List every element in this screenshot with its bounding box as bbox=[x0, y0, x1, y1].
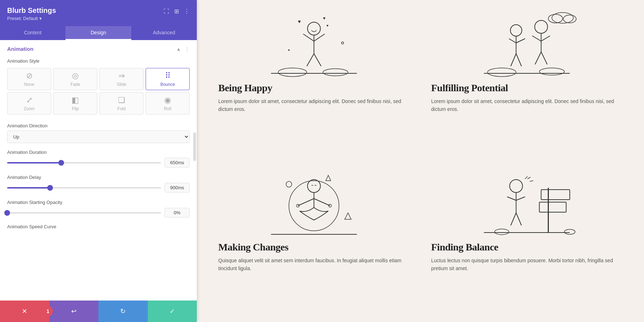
animation-direction-label: Animation Direction bbox=[7, 123, 190, 128]
svg-point-17 bbox=[511, 25, 522, 36]
animation-opacity-field: Animation Starting Opacity bbox=[0, 196, 197, 221]
svg-point-34 bbox=[308, 180, 321, 192]
anim-slide-label: Slide bbox=[117, 82, 126, 87]
anim-flip-label: Flip bbox=[72, 106, 79, 111]
svg-marker-44 bbox=[345, 213, 351, 219]
anim-flip-icon: ◧ bbox=[72, 96, 79, 104]
anim-none[interactable]: ⊘ None bbox=[7, 68, 51, 90]
being-happy-title: Being Happy bbox=[218, 82, 410, 94]
svg-point-56 bbox=[565, 229, 575, 234]
animation-duration-fill bbox=[7, 162, 61, 164]
anim-fold-label: Fold bbox=[117, 106, 126, 111]
animation-delay-row bbox=[7, 183, 190, 192]
making-changes-svg bbox=[218, 166, 410, 238]
tab-content[interactable]: Content bbox=[0, 26, 65, 40]
panel-preset[interactable]: Preset: Default ▾ bbox=[7, 16, 56, 21]
svg-line-8 bbox=[314, 54, 321, 66]
notification-badge: 1 bbox=[43, 306, 53, 316]
svg-line-25 bbox=[532, 36, 541, 41]
animation-direction-select[interactable]: Up Down Left Right Center bbox=[7, 131, 190, 143]
svg-point-15 bbox=[488, 68, 516, 77]
svg-line-28 bbox=[541, 52, 547, 64]
animation-duration-value[interactable] bbox=[165, 158, 190, 167]
scroll-indicator[interactable] bbox=[193, 132, 196, 161]
svg-line-22 bbox=[516, 54, 522, 66]
svg-line-26 bbox=[541, 36, 550, 41]
finding-balance-illustration bbox=[431, 166, 623, 238]
svg-text:♥: ♥ bbox=[327, 24, 329, 28]
anim-fold-icon: ❏ bbox=[118, 96, 125, 104]
anim-flip[interactable]: ◧ Flip bbox=[53, 92, 97, 114]
svg-line-59 bbox=[530, 181, 533, 181]
finding-balance-title: Finding Balance bbox=[431, 241, 623, 253]
animation-duration-label: Animation Duration bbox=[7, 150, 190, 155]
anim-roll[interactable]: ◉ Roll bbox=[146, 92, 190, 114]
animation-delay-thumb[interactable] bbox=[47, 185, 53, 191]
svg-line-51 bbox=[516, 213, 522, 225]
panel-title-group: Blurb Settings Preset: Default ▾ bbox=[7, 6, 56, 21]
being-happy-text: Lorem ipsum dolor sit amet, consectetur … bbox=[218, 97, 410, 113]
animation-delay-value[interactable] bbox=[165, 183, 190, 192]
fulfilling-potential-text: Lorem ipsum dolor sit amet, consectetur … bbox=[431, 97, 623, 113]
cancel-button[interactable]: ✕ bbox=[0, 301, 49, 322]
animation-opacity-row bbox=[7, 208, 190, 218]
fullscreen-icon[interactable]: ⛶ bbox=[164, 8, 169, 15]
collapse-icon[interactable]: ▲ bbox=[176, 46, 181, 52]
panel-body: Animation ▲ ⋮ Animation Style ⊘ None ◎ F… bbox=[0, 40, 197, 322]
blurb-card-making-changes: Making Changes Quisque aliquet velit sit… bbox=[218, 166, 410, 315]
section-menu-icon[interactable]: ⋮ bbox=[185, 46, 190, 52]
tab-design[interactable]: Design bbox=[65, 26, 131, 40]
panel-header-icons: ⛶ ⊞ ⋮ bbox=[164, 8, 190, 15]
section-header: Animation ▲ ⋮ bbox=[0, 40, 197, 55]
anim-zoom-label: Zoom bbox=[24, 106, 35, 111]
animation-speed-label: Animation Speed Curve bbox=[0, 221, 197, 232]
being-happy-illustration: ♥ ♥ ♥ bbox=[218, 7, 410, 79]
fulfilling-potential-title: Fulfilling Potential bbox=[431, 82, 623, 94]
svg-marker-42 bbox=[326, 175, 331, 181]
panel-title: Blurb Settings bbox=[7, 6, 56, 15]
svg-line-39 bbox=[314, 199, 330, 206]
being-happy-svg: ♥ ♥ ♥ bbox=[218, 7, 410, 79]
anim-bounce[interactable]: ⠿ Bounce bbox=[146, 68, 190, 90]
animation-duration-track[interactable] bbox=[7, 162, 161, 164]
tab-advanced[interactable]: Advanced bbox=[131, 26, 197, 40]
columns-icon[interactable]: ⊞ bbox=[174, 8, 179, 15]
anim-zoom-icon: ⤢ bbox=[26, 96, 33, 104]
svg-point-46 bbox=[510, 180, 523, 192]
svg-line-27 bbox=[535, 52, 541, 64]
anim-roll-icon: ◉ bbox=[164, 96, 171, 104]
svg-point-12 bbox=[288, 49, 290, 51]
anim-fold[interactable]: ❏ Fold bbox=[99, 92, 143, 114]
save-button[interactable]: ✓ bbox=[148, 301, 197, 322]
svg-text:♥: ♥ bbox=[298, 19, 301, 24]
animation-opacity-value[interactable] bbox=[165, 208, 190, 218]
anim-none-label: None bbox=[24, 82, 34, 87]
anim-zoom[interactable]: ⤢ Zoom bbox=[7, 92, 51, 114]
svg-point-55 bbox=[495, 229, 509, 235]
finding-balance-svg bbox=[431, 166, 623, 238]
making-changes-title: Making Changes bbox=[218, 241, 410, 253]
main-content: ♥ ♥ ♥ Being Happy Lorem ipsum dolor sit … bbox=[197, 0, 644, 322]
svg-rect-54 bbox=[540, 202, 566, 212]
svg-point-16 bbox=[540, 68, 565, 75]
animation-opacity-track[interactable] bbox=[7, 212, 161, 214]
panel-header: Blurb Settings Preset: Default ▾ ⛶ ⊞ ⋮ bbox=[0, 0, 197, 26]
redo-button[interactable]: ↻ bbox=[98, 301, 148, 322]
fulfilling-potential-illustration bbox=[431, 7, 623, 79]
anim-bounce-label: Bounce bbox=[160, 82, 175, 87]
blurb-card-fulfilling-potential: Fulfilling Potential Lorem ipsum dolor s… bbox=[431, 7, 623, 156]
animation-opacity-thumb[interactable] bbox=[4, 210, 10, 216]
animation-duration-thumb[interactable] bbox=[58, 160, 64, 166]
anim-fade[interactable]: ◎ Fade bbox=[53, 68, 97, 90]
anim-fade-icon: ◎ bbox=[72, 72, 79, 80]
svg-point-2 bbox=[323, 69, 348, 76]
anim-slide[interactable]: ⇒ Slide bbox=[99, 68, 143, 90]
more-icon[interactable]: ⋮ bbox=[184, 8, 190, 15]
animation-duration-row bbox=[7, 158, 190, 167]
svg-point-1 bbox=[278, 68, 307, 77]
animation-delay-track[interactable] bbox=[7, 187, 161, 189]
reset-button[interactable]: ↩ bbox=[49, 301, 99, 322]
svg-line-57 bbox=[525, 176, 528, 179]
svg-point-13 bbox=[342, 42, 344, 44]
animation-style-grid: ⊘ None ◎ Fade ⇒ Slide ⠿ Bounce ⤢ Zoom ◧ … bbox=[0, 67, 197, 120]
